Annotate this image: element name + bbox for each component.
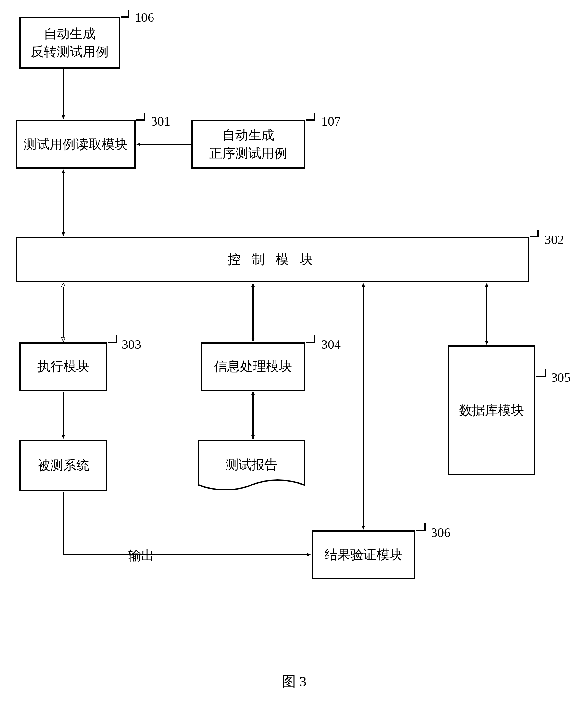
figure-caption: 图 3 — [282, 672, 307, 691]
ref-301: 301 — [151, 113, 170, 129]
ref-304: 304 — [321, 337, 341, 352]
box-result-verify: 结果验证模块 — [312, 531, 415, 579]
box-auto-gen-forward-text: 自动生成 正序测试用例 — [209, 126, 287, 163]
box-result-verify-text: 结果验证模块 — [324, 546, 402, 564]
box-db-module: 数据库模块 — [448, 345, 536, 475]
box-control-module: 控 制 模 块 — [16, 237, 529, 282]
box-auto-gen-forward: 自动生成 正序测试用例 — [191, 120, 305, 169]
ref-303: 303 — [122, 337, 141, 352]
box-test-case-reader: 测试用例读取模块 — [16, 120, 135, 169]
doc-test-report-text: 测试报告 — [198, 456, 305, 474]
box-info-module-text: 信息处理模块 — [214, 358, 292, 376]
box-tested-system: 被测系统 — [19, 439, 107, 492]
box-exec-module-text: 执行模块 — [37, 358, 89, 376]
ref-305: 305 — [551, 370, 570, 385]
box-test-case-reader-text: 测试用例读取模块 — [24, 135, 128, 153]
doc-test-report: 测试报告 — [198, 439, 305, 492]
box-control-module-text: 控 制 模 块 — [228, 251, 317, 268]
label-output: 输出 — [128, 547, 154, 564]
ref-107: 107 — [321, 113, 341, 129]
ref-106: 106 — [135, 10, 154, 25]
box-tested-system-text: 被测系统 — [37, 456, 89, 475]
ref-306: 306 — [431, 525, 450, 540]
box-auto-gen-reverse-text: 自动生成 反转测试用例 — [31, 25, 109, 61]
ref-302: 302 — [545, 232, 564, 247]
box-exec-module: 执行模块 — [19, 342, 107, 391]
box-info-module: 信息处理模块 — [201, 342, 305, 391]
box-db-module-text: 数据库模块 — [459, 401, 524, 419]
box-auto-gen-reverse: 自动生成 反转测试用例 — [19, 17, 120, 69]
